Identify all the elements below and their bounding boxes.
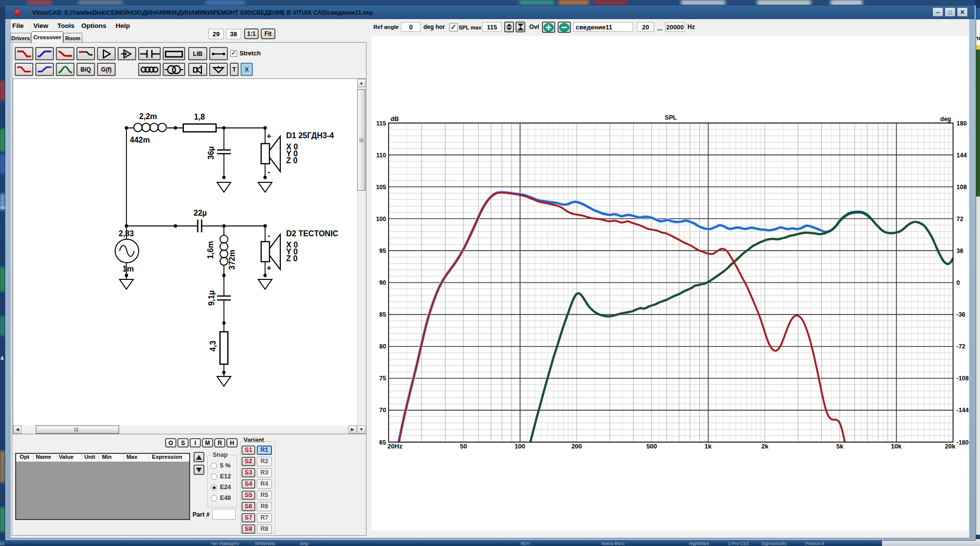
svg-text:20Hz: 20Hz: [388, 443, 403, 450]
svg-text:100: 100: [514, 443, 525, 450]
svg-text:372m: 372m: [228, 250, 236, 270]
svg-text:1,8: 1,8: [194, 113, 205, 121]
svg-text:2,2m: 2,2m: [139, 112, 157, 121]
svg-text:75: 75: [379, 375, 386, 382]
svg-text:100: 100: [376, 216, 386, 223]
svg-text:108: 108: [956, 184, 967, 191]
svg-text:1k: 1k: [705, 443, 712, 450]
svg-text:-36: -36: [956, 311, 965, 318]
svg-text:+: +: [267, 132, 271, 140]
svg-text:2,83: 2,83: [119, 229, 134, 238]
svg-text:80: 80: [379, 343, 386, 350]
svg-text:D2 TECTONIC: D2 TECTONIC: [286, 229, 339, 238]
svg-text:-: -: [268, 231, 270, 240]
svg-text:5k: 5k: [836, 443, 844, 450]
svg-text:-108: -108: [956, 375, 969, 382]
svg-text:180: 180: [956, 120, 967, 127]
svg-text:36µ: 36µ: [207, 146, 215, 159]
svg-text:144: 144: [956, 152, 967, 159]
svg-text:10k: 10k: [891, 443, 902, 450]
svg-text:90: 90: [379, 279, 386, 286]
svg-text:-144: -144: [956, 407, 969, 414]
svg-text:1m: 1m: [122, 265, 134, 273]
svg-text:-: -: [268, 168, 270, 176]
svg-text:dB: dB: [391, 116, 399, 123]
svg-text:9,1µ: 9,1µ: [207, 290, 216, 305]
svg-text:72: 72: [956, 216, 963, 223]
svg-text:95: 95: [379, 248, 386, 254]
svg-text:1,6m: 1,6m: [206, 241, 215, 259]
svg-text:85: 85: [379, 311, 386, 318]
svg-text:SPL: SPL: [665, 114, 677, 121]
svg-text:0: 0: [956, 279, 960, 286]
svg-text:-72: -72: [956, 343, 965, 350]
svg-text:442m: 442m: [130, 136, 150, 144]
svg-text:50: 50: [460, 443, 467, 450]
svg-text:500: 500: [646, 443, 657, 450]
svg-text:200: 200: [571, 443, 582, 450]
svg-text:36: 36: [956, 248, 963, 254]
svg-text:Z 0: Z 0: [286, 254, 297, 263]
svg-text:65: 65: [379, 439, 386, 446]
svg-text:D1 25ГДН3-4: D1 25ГДН3-4: [286, 131, 334, 140]
svg-text:-180: -180: [956, 439, 969, 446]
svg-text:70: 70: [379, 407, 386, 414]
svg-text:2k: 2k: [761, 443, 769, 450]
svg-text:20k: 20k: [945, 443, 956, 450]
svg-text:deg: deg: [940, 116, 951, 123]
svg-text:4,3: 4,3: [209, 341, 217, 351]
svg-text:115: 115: [376, 120, 386, 127]
svg-text:105: 105: [376, 184, 386, 191]
svg-text:+: +: [267, 264, 271, 272]
svg-text:22µ: 22µ: [194, 209, 207, 217]
svg-text:Z 0: Z 0: [286, 156, 297, 165]
svg-text:110: 110: [376, 152, 386, 159]
